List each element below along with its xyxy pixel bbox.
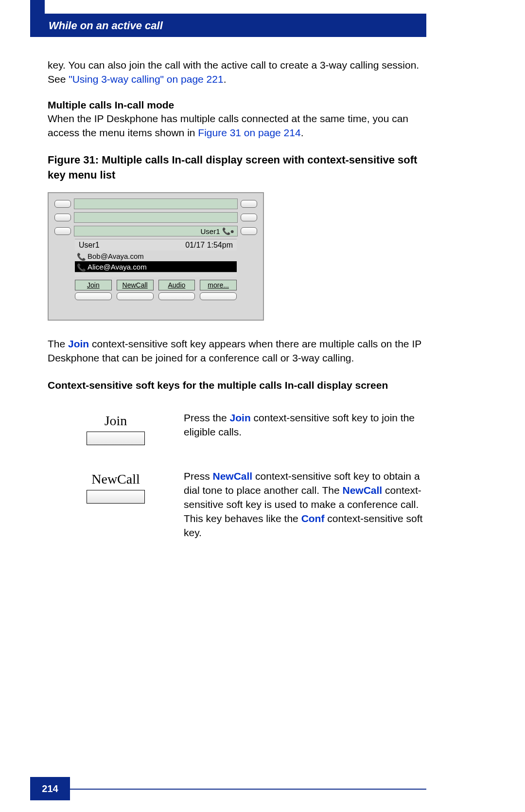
join-description: Press the Join context-sensitive soft ke… (184, 411, 434, 445)
lcd-bar-3: User1 📞● (74, 226, 238, 236)
nc-desc-a: Press (184, 470, 213, 482)
line-key-right-3 (241, 227, 257, 235)
nc-desc-key2: NewCall (343, 485, 383, 496)
para3-a: The (48, 338, 68, 349)
line-key-left-2 (54, 214, 71, 221)
handset-icon: 📞● (222, 227, 234, 235)
link-3way-calling[interactable]: "Using 3-way calling" on page 221 (69, 73, 223, 85)
line-key-right-1 (241, 200, 257, 208)
subheading-softkeys: Context-sensitive soft keys for the mult… (48, 378, 434, 392)
nc-desc-key1: NewCall (213, 470, 253, 482)
para3-b: context-sensitive soft key appears when … (48, 338, 421, 363)
softkey-table: Join Press the Join context-sensitive so… (48, 411, 434, 540)
header-title: While on an active call (49, 19, 163, 32)
call-2-address: Alice@Avaya.com (88, 263, 147, 271)
softkey-join: Join (75, 280, 112, 290)
intro-paragraph: key. You can also join the call with the… (48, 58, 434, 87)
lcd-bar-1 (74, 198, 238, 209)
softkey-audio: Audio (158, 280, 195, 290)
join-desc-a: Press the (184, 412, 230, 423)
softkey-newcall: NewCall (117, 280, 154, 290)
softkey-row-join: Join Press the Join context-sensitive so… (48, 411, 434, 445)
page-number-block: 214 (30, 777, 70, 800)
hard-softkey-2 (117, 292, 154, 300)
softkey-more: more... (200, 280, 237, 290)
phone-screenshot: User1 📞● User1 01/17 1:54pm 📞 Bob@Avaya.… (48, 192, 264, 321)
page-content: key. You can also join the call with the… (48, 58, 434, 564)
lcd-user-left: User1 (79, 241, 100, 250)
lcd-bar-2 (74, 212, 238, 223)
line-key-right-2 (241, 214, 257, 221)
call-icon-2: 📞 (77, 263, 86, 270)
para2-b: . (301, 127, 304, 138)
join-keyword: Join (68, 338, 89, 349)
paragraph-multiple-calls: When the IP Deskphone has multiple calls… (48, 112, 434, 140)
call-icon-1: 📞 (77, 253, 86, 259)
softkey-row-newcall: NewCall Press NewCall context-sensitive … (48, 469, 434, 540)
footer-rule (70, 789, 426, 790)
nc-desc-key3: Conf (301, 513, 325, 524)
hard-softkey-1 (75, 292, 112, 300)
newcall-description: Press NewCall context-sensitive soft key… (184, 469, 434, 540)
line-key-left-1 (54, 200, 71, 208)
lcd-timestamp: 01/17 1:54pm (185, 241, 233, 250)
page-header: While on an active call (30, 14, 426, 37)
link-figure-31[interactable]: Figure 31 on page 214 (198, 127, 300, 138)
line-key-left-3 (54, 227, 71, 235)
newcall-softkey-button (87, 490, 145, 504)
intro-text-2: . (224, 73, 227, 85)
newcall-softkey-label: NewCall (91, 471, 140, 487)
hard-softkey-4 (200, 292, 237, 300)
paragraph-join-key: The Join context-sensitive soft key appe… (48, 337, 434, 365)
user1-right-label: User1 (201, 227, 220, 235)
call-1-address: Bob@Avaya.com (88, 252, 144, 260)
figure-caption: Figure 31: Multiple calls In-call displa… (48, 153, 434, 183)
join-desc-key: Join (230, 412, 251, 423)
hard-softkey-3 (158, 292, 195, 300)
subheading-multiple-calls: Multiple calls In-call mode (48, 99, 434, 111)
page-number: 214 (42, 783, 58, 794)
join-softkey-label: Join (105, 413, 127, 429)
join-softkey-button (87, 432, 145, 445)
